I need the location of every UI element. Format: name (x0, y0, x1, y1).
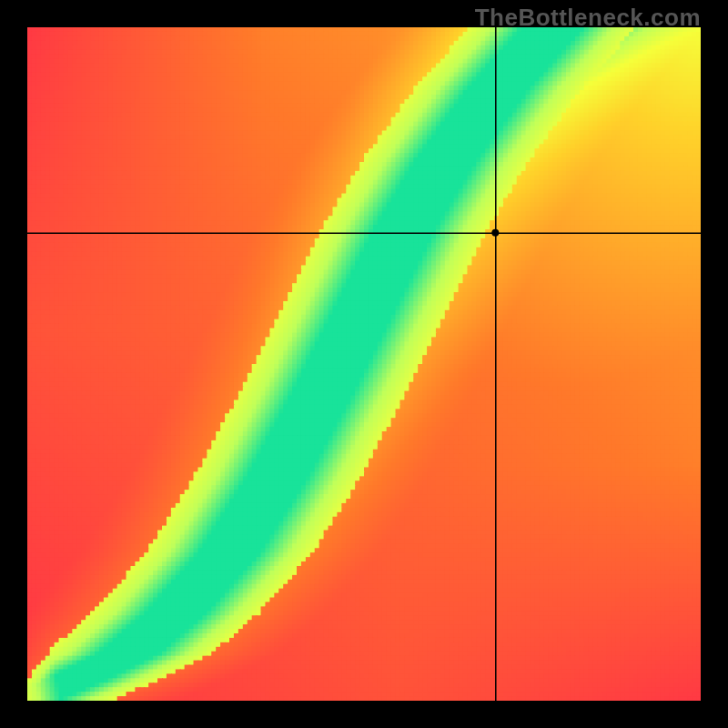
heatmap-plot (27, 27, 701, 701)
chart-frame: TheBottleneck.com (0, 0, 728, 728)
heatmap-canvas (27, 27, 701, 701)
